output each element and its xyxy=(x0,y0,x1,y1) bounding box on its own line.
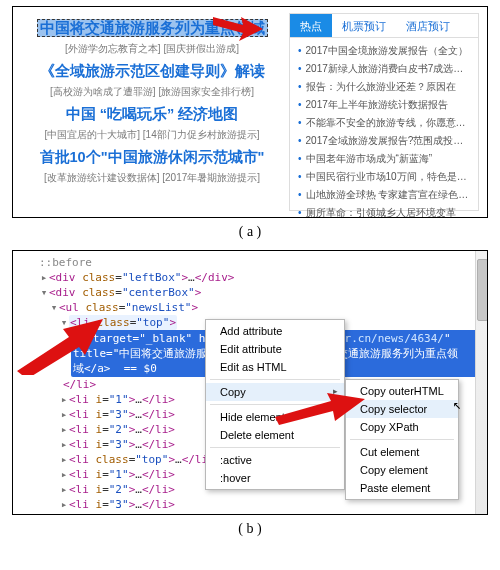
context-menu[interactable]: Add attribute Edit attribute Edit as HTM… xyxy=(205,319,345,490)
subline-4[interactable]: [改革旅游统计建设数据体] [2017年暑期旅游提示] xyxy=(21,171,283,185)
list-item[interactable]: 2017新绿人旅游消费白皮书7成选旅游减压 xyxy=(298,60,470,78)
tab-hot[interactable]: 热点 xyxy=(290,14,332,37)
news-right-column: 热点 机票预订 酒店预订 2017中国全境旅游发展报告（全文） 2017新绿人旅… xyxy=(289,13,479,211)
dom-node: ▸<div class="leftBox">…</div> xyxy=(39,270,485,285)
panel-a: 中国将交通旅游服务列为重点领域 [外游学勿忘教育之本] [国庆拼假出游成] 《全… xyxy=(12,6,488,218)
caption-b: ( b ) xyxy=(0,521,500,537)
list-item[interactable]: 厕所革命：引领城乡人居环境变革 xyxy=(298,204,470,218)
headline-4[interactable]: 首批10个"中国旅游休闲示范城市" xyxy=(21,148,283,167)
list-item[interactable]: 中国老年游市场成为“新蓝海” xyxy=(298,150,470,168)
ctx-separator xyxy=(210,404,340,405)
ctx-delete-element[interactable]: Delete element xyxy=(206,426,344,444)
ctx-paste-element[interactable]: Paste element xyxy=(346,479,458,497)
dom-node: ▾<div class="centerBox"> xyxy=(39,285,485,300)
panel-b: ::before ▸<div class="leftBox">…</div> ▾… xyxy=(12,250,488,515)
scrollbar[interactable] xyxy=(475,251,487,514)
headline-2[interactable]: 《全域旅游示范区创建导则》解读 xyxy=(21,62,283,81)
subline-2[interactable]: [高校游为啥成了遭罪游] [旅游国家安全排行榜] xyxy=(21,85,283,99)
subline-3[interactable]: [中国宜居的十大城市] [14部门力促乡村旅游提示] xyxy=(21,128,283,142)
headline-1-selected[interactable]: 中国将交通旅游服务列为重点领域 xyxy=(37,19,268,37)
ctx-separator xyxy=(210,447,340,448)
list-item[interactable]: 中国民宿行业市场10万间，特色是关键 xyxy=(298,168,470,186)
tabs: 热点 机票预订 酒店预订 xyxy=(290,14,478,38)
ctx-edit-attribute[interactable]: Edit attribute xyxy=(206,340,344,358)
news-left-column: 中国将交通旅游服务列为重点领域 [外游学勿忘教育之本] [国庆拼假出游成] 《全… xyxy=(21,13,283,211)
list-item[interactable]: 报告：为什么旅游业还差？原因在 xyxy=(298,78,470,96)
subline-1[interactable]: [外游学勿忘教育之本] [国庆拼假出游成] xyxy=(21,42,283,56)
caption-a: ( a ) xyxy=(0,224,500,240)
ctx-hide-element[interactable]: Hide element xyxy=(206,408,344,426)
ctx-active[interactable]: :active xyxy=(206,451,344,469)
ctx-copy[interactable]: Copy xyxy=(206,383,344,401)
ctx-hover[interactable]: :hover xyxy=(206,469,344,487)
tab-hotel[interactable]: 酒店预订 xyxy=(396,14,460,37)
ctx-add-attribute[interactable]: Add attribute xyxy=(206,322,344,340)
list-item[interactable]: 2017全域旅游发展报告?范围成投资风口 xyxy=(298,132,470,150)
ctx-edit-as-html[interactable]: Edit as HTML xyxy=(206,358,344,376)
list-item[interactable]: 2017年上半年旅游统计数据报告 xyxy=(298,96,470,114)
dom-node: ▾<ul class="newsList"> xyxy=(39,300,485,315)
headline-1[interactable]: 中国将交通旅游服务列为重点领域 xyxy=(21,19,283,38)
ctx-separator xyxy=(350,439,454,440)
ctx-copy-selector[interactable]: Copy selector xyxy=(346,400,458,418)
ctx-copy-outerhtml[interactable]: Copy outerHTML xyxy=(346,382,458,400)
list-item[interactable]: 山地旅游全球热 专家建言宣在绿色发展 xyxy=(298,186,470,204)
tab-flight[interactable]: 机票预订 xyxy=(332,14,396,37)
ctx-copy-element[interactable]: Copy element xyxy=(346,461,458,479)
ctx-cut-element[interactable]: Cut element xyxy=(346,443,458,461)
pseudo-before: ::before xyxy=(39,255,485,270)
headline-3[interactable]: 中国 “吃喝玩乐” 经济地图 xyxy=(21,105,283,124)
ctx-copy-xpath[interactable]: Copy XPath xyxy=(346,418,458,436)
list-item[interactable]: 不能靠不安全的旅游专线，你愿意吗？ xyxy=(298,114,470,132)
dom-node: </ul> xyxy=(39,512,485,515)
context-submenu-copy[interactable]: Copy outerHTML Copy selector Copy XPath … xyxy=(345,379,459,500)
ctx-separator xyxy=(210,379,340,380)
hot-list: 2017中国全境旅游发展报告（全文） 2017新绿人旅游消费白皮书7成选旅游减压… xyxy=(290,38,478,218)
list-item[interactable]: 2017中国全境旅游发展报告（全文） xyxy=(298,42,470,60)
